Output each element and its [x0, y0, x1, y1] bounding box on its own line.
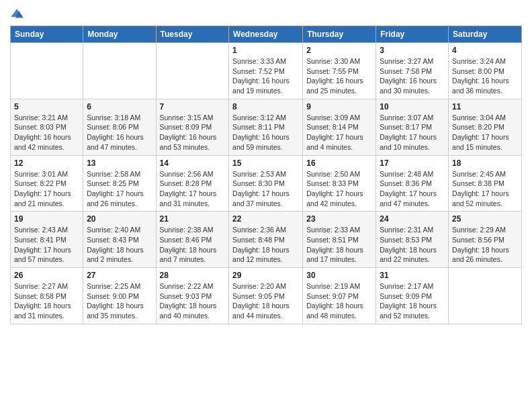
- day-cell: [449, 268, 522, 324]
- day-number: 17: [380, 158, 445, 168]
- day-info: Sunrise: 2:45 AM Sunset: 8:38 PM Dayligh…: [452, 169, 518, 209]
- day-info: Sunrise: 3:12 AM Sunset: 8:11 PM Dayligh…: [232, 113, 299, 152]
- week-row-5: 26Sunrise: 2:27 AM Sunset: 8:58 PM Dayli…: [11, 268, 522, 324]
- day-number: 2: [306, 46, 372, 55]
- weekday-header-monday: Monday: [83, 26, 156, 43]
- day-info: Sunrise: 2:40 AM Sunset: 8:43 PM Dayligh…: [87, 225, 152, 265]
- day-info: Sunrise: 2:36 AM Sunset: 8:48 PM Dayligh…: [232, 225, 299, 265]
- day-info: Sunrise: 3:15 AM Sunset: 8:09 PM Dayligh…: [160, 113, 226, 152]
- day-info: Sunrise: 2:29 AM Sunset: 8:56 PM Dayligh…: [452, 225, 518, 265]
- day-info: Sunrise: 3:09 AM Sunset: 8:14 PM Dayligh…: [306, 113, 372, 152]
- calendar-header: SundayMondayTuesdayWednesdayThursdayFrid…: [11, 26, 522, 43]
- day-cell: 25Sunrise: 2:29 AM Sunset: 8:56 PM Dayli…: [449, 212, 522, 268]
- day-cell: 24Sunrise: 2:31 AM Sunset: 8:53 PM Dayli…: [376, 212, 449, 268]
- day-cell: 20Sunrise: 2:40 AM Sunset: 8:43 PM Dayli…: [83, 212, 156, 268]
- day-info: Sunrise: 2:25 AM Sunset: 9:00 PM Dayligh…: [87, 281, 152, 321]
- header: [10, 7, 522, 20]
- day-number: 31: [380, 271, 445, 280]
- weekday-header-wednesday: Wednesday: [229, 26, 303, 43]
- day-cell: 7Sunrise: 3:15 AM Sunset: 8:09 PM Daylig…: [156, 99, 229, 155]
- day-info: Sunrise: 2:50 AM Sunset: 8:33 PM Dayligh…: [306, 169, 372, 209]
- day-number: 11: [452, 102, 518, 111]
- day-cell: 9Sunrise: 3:09 AM Sunset: 8:14 PM Daylig…: [303, 99, 376, 155]
- day-number: 15: [232, 158, 299, 168]
- weekday-header-tuesday: Tuesday: [156, 26, 229, 43]
- day-cell: 3Sunrise: 3:27 AM Sunset: 7:58 PM Daylig…: [376, 43, 449, 99]
- day-cell: 19Sunrise: 2:43 AM Sunset: 8:41 PM Dayli…: [11, 212, 83, 268]
- day-number: 8: [232, 102, 299, 111]
- day-number: 26: [14, 271, 79, 280]
- day-cell: [11, 43, 83, 99]
- day-cell: 30Sunrise: 2:19 AM Sunset: 9:07 PM Dayli…: [303, 268, 376, 324]
- day-info: Sunrise: 2:17 AM Sunset: 9:09 PM Dayligh…: [380, 281, 445, 321]
- day-number: 20: [87, 214, 152, 224]
- day-cell: 27Sunrise: 2:25 AM Sunset: 9:00 PM Dayli…: [83, 268, 156, 324]
- day-number: 30: [306, 271, 372, 280]
- day-number: 4: [452, 46, 518, 55]
- day-cell: 15Sunrise: 2:53 AM Sunset: 8:30 PM Dayli…: [229, 155, 303, 212]
- day-info: Sunrise: 2:22 AM Sunset: 9:03 PM Dayligh…: [160, 281, 226, 321]
- day-cell: 11Sunrise: 3:04 AM Sunset: 8:20 PM Dayli…: [449, 99, 522, 155]
- day-cell: [83, 43, 156, 99]
- day-number: 22: [232, 214, 299, 224]
- day-number: 19: [14, 214, 79, 224]
- day-info: Sunrise: 3:30 AM Sunset: 7:55 PM Dayligh…: [306, 56, 372, 96]
- day-number: 28: [160, 271, 226, 280]
- day-info: Sunrise: 3:27 AM Sunset: 7:58 PM Dayligh…: [380, 56, 445, 96]
- day-info: Sunrise: 3:21 AM Sunset: 8:03 PM Dayligh…: [14, 113, 79, 152]
- weekday-header-thursday: Thursday: [303, 26, 376, 43]
- day-cell: 26Sunrise: 2:27 AM Sunset: 8:58 PM Dayli…: [11, 268, 83, 324]
- day-cell: 29Sunrise: 2:20 AM Sunset: 9:05 PM Dayli…: [229, 268, 303, 324]
- day-number: 27: [87, 271, 152, 280]
- day-info: Sunrise: 3:04 AM Sunset: 8:20 PM Dayligh…: [452, 113, 518, 152]
- day-cell: 6Sunrise: 3:18 AM Sunset: 8:06 PM Daylig…: [83, 99, 156, 155]
- weekday-header-friday: Friday: [376, 26, 449, 43]
- day-info: Sunrise: 2:31 AM Sunset: 8:53 PM Dayligh…: [380, 225, 445, 265]
- logo: [10, 7, 26, 20]
- day-cell: 17Sunrise: 2:48 AM Sunset: 8:36 PM Dayli…: [376, 155, 449, 212]
- day-info: Sunrise: 2:33 AM Sunset: 8:51 PM Dayligh…: [306, 225, 372, 265]
- day-cell: [156, 43, 229, 99]
- day-info: Sunrise: 2:58 AM Sunset: 8:25 PM Dayligh…: [87, 169, 152, 209]
- day-info: Sunrise: 2:56 AM Sunset: 8:28 PM Dayligh…: [160, 169, 226, 209]
- day-info: Sunrise: 3:33 AM Sunset: 7:52 PM Dayligh…: [232, 56, 299, 96]
- day-info: Sunrise: 2:38 AM Sunset: 8:46 PM Dayligh…: [160, 225, 226, 265]
- day-cell: 21Sunrise: 2:38 AM Sunset: 8:46 PM Dayli…: [156, 212, 229, 268]
- day-cell: 16Sunrise: 2:50 AM Sunset: 8:33 PM Dayli…: [303, 155, 376, 212]
- day-cell: 31Sunrise: 2:17 AM Sunset: 9:09 PM Dayli…: [376, 268, 449, 324]
- day-info: Sunrise: 2:27 AM Sunset: 8:58 PM Dayligh…: [14, 281, 79, 321]
- day-info: Sunrise: 3:07 AM Sunset: 8:17 PM Dayligh…: [380, 113, 445, 152]
- weekday-row: SundayMondayTuesdayWednesdayThursdayFrid…: [11, 26, 522, 43]
- day-info: Sunrise: 3:18 AM Sunset: 8:06 PM Dayligh…: [87, 113, 152, 152]
- day-number: 5: [14, 102, 79, 111]
- day-number: 29: [232, 271, 299, 280]
- day-number: 23: [306, 214, 372, 224]
- day-number: 9: [306, 102, 372, 111]
- day-info: Sunrise: 2:48 AM Sunset: 8:36 PM Dayligh…: [380, 169, 445, 209]
- day-info: Sunrise: 3:01 AM Sunset: 8:22 PM Dayligh…: [14, 169, 79, 209]
- day-info: Sunrise: 2:53 AM Sunset: 8:30 PM Dayligh…: [232, 169, 299, 209]
- week-row-4: 19Sunrise: 2:43 AM Sunset: 8:41 PM Dayli…: [11, 212, 522, 268]
- day-cell: 1Sunrise: 3:33 AM Sunset: 7:52 PM Daylig…: [229, 43, 303, 99]
- weekday-header-saturday: Saturday: [449, 26, 522, 43]
- day-number: 24: [380, 214, 445, 224]
- day-number: 1: [232, 46, 299, 55]
- day-number: 3: [380, 46, 445, 55]
- week-row-3: 12Sunrise: 3:01 AM Sunset: 8:22 PM Dayli…: [11, 155, 522, 212]
- day-cell: 10Sunrise: 3:07 AM Sunset: 8:17 PM Dayli…: [376, 99, 449, 155]
- day-info: Sunrise: 2:19 AM Sunset: 9:07 PM Dayligh…: [306, 281, 372, 321]
- day-cell: 5Sunrise: 3:21 AM Sunset: 8:03 PM Daylig…: [11, 99, 83, 155]
- day-number: 6: [87, 102, 152, 111]
- day-number: 10: [380, 102, 445, 111]
- day-number: 16: [306, 158, 372, 168]
- day-info: Sunrise: 2:20 AM Sunset: 9:05 PM Dayligh…: [232, 281, 299, 321]
- calendar-body: 1Sunrise: 3:33 AM Sunset: 7:52 PM Daylig…: [11, 43, 522, 324]
- day-cell: 13Sunrise: 2:58 AM Sunset: 8:25 PM Dayli…: [83, 155, 156, 212]
- day-cell: 18Sunrise: 2:45 AM Sunset: 8:38 PM Dayli…: [449, 155, 522, 212]
- week-row-2: 5Sunrise: 3:21 AM Sunset: 8:03 PM Daylig…: [11, 99, 522, 155]
- logo-icon: [10, 7, 24, 20]
- day-number: 13: [87, 158, 152, 168]
- day-cell: 23Sunrise: 2:33 AM Sunset: 8:51 PM Dayli…: [303, 212, 376, 268]
- day-cell: 14Sunrise: 2:56 AM Sunset: 8:28 PM Dayli…: [156, 155, 229, 212]
- day-number: 12: [14, 158, 79, 168]
